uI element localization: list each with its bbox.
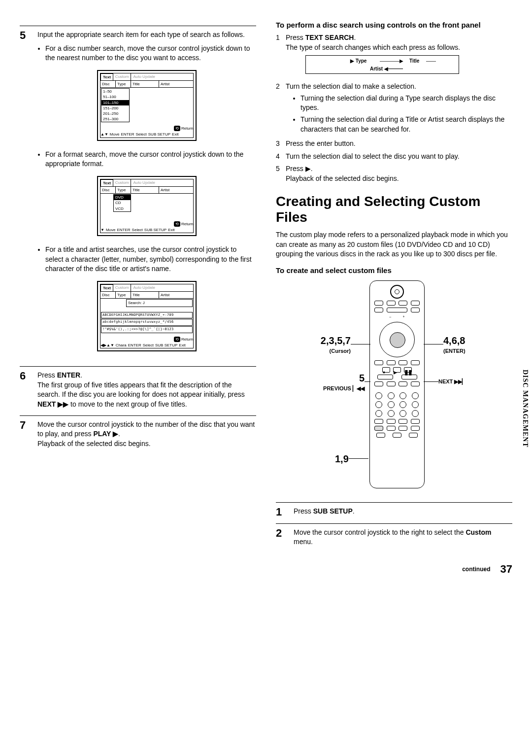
chara-icon: ◀▶▲▼: [100, 343, 114, 348]
remote-illustration: – + ▪ ▸ ▮▮: [315, 280, 473, 492]
step-number: 6: [20, 371, 30, 409]
return-icon: ⟲: [174, 126, 180, 131]
return-icon: ⟲: [174, 337, 180, 342]
left-column: 5 Input the appropriate search item for …: [20, 20, 256, 577]
search-cycle-diagram: ▶ Type ————▶ Title —— Artist ◀———: [305, 55, 459, 74]
label-next: NEXT ▶▶▏: [424, 378, 478, 385]
fp-step-1: Press TEXT SEARCH. The type of search ch…: [286, 33, 512, 79]
figure-format-search: Text Custom Auto Update Disc Type Title …: [97, 176, 197, 236]
step-5-bullet-3: For a title and artist searches, use the…: [45, 245, 256, 274]
step-6-heading: Press ENTER.: [37, 371, 256, 380]
move-icon: ▼: [100, 227, 104, 233]
tab-text: Text: [100, 73, 113, 80]
fp-step-3: Press the enter button.: [286, 139, 512, 149]
continued-label: continued: [462, 565, 490, 574]
step-5-bullet-2: For a format search, move the cursor con…: [45, 150, 256, 169]
step-number: 5: [20, 30, 30, 360]
fp-step-4: Turn the selection dial to select the di…: [286, 152, 512, 162]
step-6: 6 Press ENTER. The first group of five t…: [20, 366, 256, 409]
step-7: 7 Move the cursor control joystick to th…: [20, 415, 256, 449]
fp-step-5: Press ▶. Playback of the selected disc b…: [286, 164, 512, 183]
step-1: 1 Press SUB SETUP.: [276, 502, 512, 517]
step-5-bullet-1: For a disc number search, move the curso…: [45, 44, 256, 63]
step-2: 2 Move the cursor control joystick to th…: [276, 523, 512, 547]
label-468: 4,6,8 (ENTER): [424, 334, 478, 355]
label-5: 5 PREVIOUS ▏◀◀: [315, 371, 370, 392]
step-5: 5 Input the appropriate search item for …: [20, 26, 256, 360]
step-number: 7: [20, 420, 30, 449]
figure-char-search: Text Custom Auto Update Disc Type Title …: [97, 281, 197, 351]
custom-files-title: Creating and Selecting Custom Files: [276, 194, 512, 225]
side-tab: DISC MANAGEMENT: [520, 370, 530, 447]
figure-disc-number-search: Text Custom Auto Update Disc Type Title …: [97, 70, 197, 141]
fp-step-2: Turn the selection dial to make a select…: [286, 82, 512, 136]
step-7-sub: Playback of the selected disc begins.: [37, 439, 256, 449]
front-panel-heading: To perform a disc search using controls …: [276, 20, 512, 30]
tab-custom: Custom: [113, 73, 132, 80]
remote-body: – + ▪ ▸ ▮▮: [369, 280, 425, 488]
return-icon: ⟲: [174, 221, 180, 227]
right-column: To perform a disc search using controls …: [276, 20, 512, 577]
play-icon: ▸: [393, 367, 401, 373]
label-2357: 2,3,5,7 (Cursor): [315, 334, 370, 355]
page-number: 37: [500, 562, 512, 577]
custom-files-intro: The custom play mode refers to a persona…: [276, 230, 512, 259]
custom-files-sub: To create and select custom files: [276, 265, 512, 275]
step-5-text: Input the appropriate search item for ea…: [37, 30, 256, 40]
step-6-para: The first group of five titles appears t…: [37, 380, 256, 410]
move-icon: ▲▼: [100, 132, 108, 137]
label-19: 1,9: [335, 452, 368, 466]
step-7-text: Move the cursor control joystick to the …: [37, 420, 256, 439]
pause-icon: ▮▮: [404, 367, 412, 373]
tab-auto: Auto Update: [131, 73, 157, 80]
stop-icon: ▪: [382, 367, 390, 373]
front-panel-steps: 1 Press TEXT SEARCH. The type of search …: [276, 33, 512, 184]
